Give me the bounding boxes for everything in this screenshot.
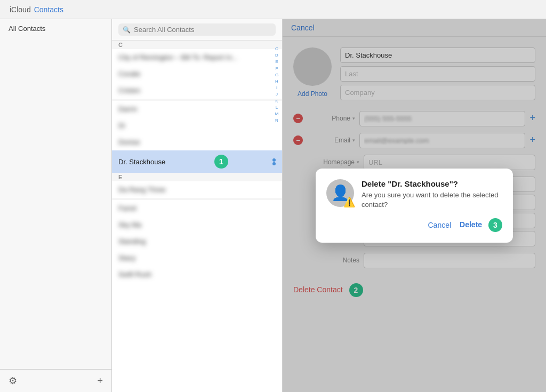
- list-item[interactable]: Coralie: [112, 66, 282, 82]
- contact-name: Darrin: [118, 105, 137, 113]
- list-item[interactable]: City of Remington – Bill To: Report In..…: [112, 49, 282, 66]
- list-item[interactable]: Di: [112, 117, 282, 134]
- detail-panel: Cancel Add Photo − Phone ▾: [283, 19, 546, 392]
- list-item[interactable]: Standing: [112, 233, 282, 250]
- scroll-letter-c[interactable]: C: [275, 46, 278, 52]
- dialog-delete-button[interactable]: Delete 3: [460, 218, 502, 232]
- contact-name: Stacy: [118, 254, 136, 262]
- contact-name: Da Rang Three: [118, 186, 166, 194]
- contact-name: City of Remington – Bill To: Report In..…: [118, 53, 238, 61]
- scroll-letter-d[interactable]: D: [275, 52, 278, 58]
- scroll-letter-i[interactable]: I: [276, 85, 277, 91]
- dialog-box: 👤 ⚠️ Delete "Dr. Stackhouse"? Are you su…: [316, 169, 513, 243]
- contact-name: Di: [118, 122, 125, 130]
- contact-name: Coralie: [118, 70, 140, 78]
- list-item[interactable]: Cristen: [112, 82, 282, 99]
- app-title-contacts: Contacts: [34, 5, 63, 14]
- scroll-letter-e[interactable]: E: [275, 59, 278, 65]
- list-item[interactable]: Stacy: [112, 250, 282, 266]
- app-title-icloud: iCloud: [10, 5, 31, 14]
- contact-name-dr-stackhouse: Dr. Stackhouse: [118, 158, 165, 166]
- search-wrapper: 🔍: [118, 23, 276, 36]
- list-item[interactable]: Swift Rush: [112, 266, 282, 283]
- contact-name: Cristen: [118, 86, 140, 94]
- titlebar: iCloud Contacts: [0, 0, 546, 19]
- scroll-letter-k[interactable]: K: [275, 98, 278, 104]
- sidebar-item-all-contacts[interactable]: All Contacts: [0, 19, 111, 38]
- dialog-header: 👤 ⚠️ Delete "Dr. Stackhouse"? Are you su…: [326, 179, 502, 210]
- dialog-cancel-button[interactable]: Cancel: [428, 218, 451, 232]
- list-item[interactable]: Donise: [112, 134, 282, 150]
- contact-list: 🔍 C City of Remington – Bill To: Report …: [112, 19, 283, 392]
- badge-1: 1: [214, 155, 228, 169]
- contact-name: Swift Rush: [118, 270, 151, 278]
- list-item[interactable]: Darrin: [112, 101, 282, 117]
- dialog-icon: 👤 ⚠️: [326, 179, 354, 207]
- add-contact-icon[interactable]: +: [97, 375, 103, 387]
- scroll-letter-bar: C D E F G H I J K L M N: [274, 46, 280, 387]
- scroll-letter-l[interactable]: L: [276, 105, 278, 110]
- dialog-text: Delete "Dr. Stackhouse"? Are you sure yo…: [362, 179, 502, 210]
- sidebar: All Contacts ⚙ +: [0, 19, 112, 392]
- list-item[interactable]: Da Rang Three: [112, 181, 282, 198]
- settings-icon[interactable]: ⚙: [9, 375, 17, 387]
- dialog-buttons: Cancel Delete 3: [326, 216, 502, 232]
- contact-name: Farrel: [118, 204, 136, 212]
- section-letter-c: C: [112, 41, 282, 49]
- scroll-letter-h[interactable]: H: [275, 78, 278, 84]
- search-bar: 🔍: [112, 19, 282, 41]
- search-input[interactable]: [134, 26, 271, 34]
- dialog-message: Are you sure you want to delete the sele…: [362, 190, 502, 210]
- badge-3: 3: [488, 218, 502, 232]
- search-icon: 🔍: [123, 26, 131, 34]
- scroll-letter-f[interactable]: F: [276, 66, 278, 71]
- dialog-overlay: 👤 ⚠️ Delete "Dr. Stackhouse"? Are you su…: [283, 19, 546, 392]
- scroll-letter-j[interactable]: J: [276, 91, 278, 97]
- contact-name: Sky Ma: [118, 221, 141, 229]
- list-item[interactable]: Sky Ma: [112, 217, 282, 233]
- scroll-letter-n[interactable]: N: [275, 117, 278, 123]
- warning-icon: ⚠️: [343, 196, 355, 208]
- list-item[interactable]: Farrel: [112, 200, 282, 217]
- dialog-title: Delete "Dr. Stackhouse"?: [362, 179, 502, 188]
- scroll-letter-m[interactable]: M: [275, 111, 279, 117]
- sidebar-footer: ⚙ +: [0, 369, 111, 392]
- contact-name: Standing: [118, 237, 146, 245]
- section-letter-e: E: [112, 173, 282, 181]
- scroll-letter-g[interactable]: G: [275, 72, 278, 78]
- main-layout: All Contacts ⚙ + 🔍 C City of Remington –…: [0, 19, 546, 392]
- list-item-dr-stackhouse[interactable]: Dr. Stackhouse 1: [112, 150, 282, 173]
- contact-name: Donise: [118, 138, 140, 146]
